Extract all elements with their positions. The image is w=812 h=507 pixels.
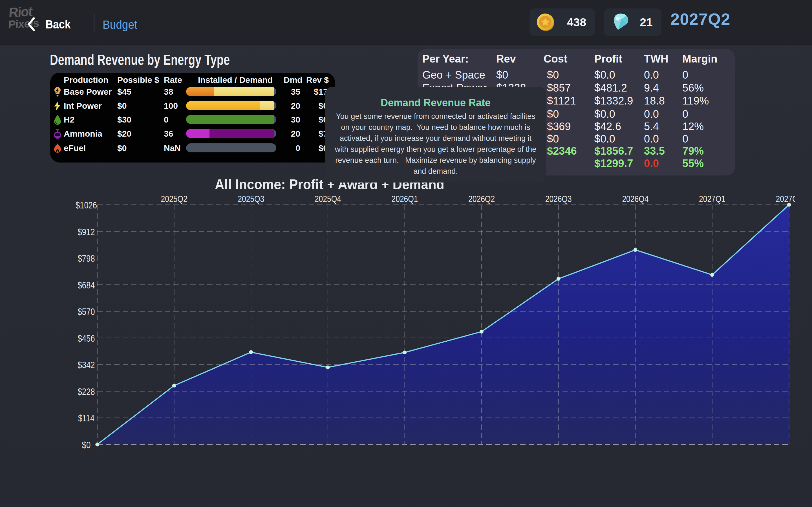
svg-text:2027Q2: 2027Q2 — [776, 194, 802, 204]
svg-text:$912: $912 — [78, 227, 95, 237]
svg-text:2025Q3: 2025Q3 — [238, 194, 264, 204]
svg-text:2026Q4: 2026Q4 — [622, 194, 649, 204]
svg-text:$456: $456 — [78, 333, 95, 344]
svg-text:2025Q4: 2025Q4 — [315, 194, 341, 204]
svg-text:$114: $114 — [78, 413, 94, 424]
svg-text:$0: $0 — [82, 440, 91, 450]
svg-text:2026Q2: 2026Q2 — [468, 194, 495, 204]
svg-text:$228: $228 — [78, 386, 95, 397]
svg-text:2026Q1: 2026Q1 — [392, 194, 418, 204]
svg-text:$798: $798 — [78, 253, 95, 264]
svg-text:2027Q1: 2027Q1 — [699, 194, 725, 204]
svg-text:2025Q2: 2025Q2 — [161, 194, 188, 204]
svg-text:$684: $684 — [78, 280, 95, 290]
svg-text:$342: $342 — [78, 360, 95, 370]
svg-text:$570: $570 — [78, 306, 95, 317]
svg-text:$1026: $1026 — [75, 200, 97, 210]
svg-text:2026Q3: 2026Q3 — [545, 194, 572, 204]
